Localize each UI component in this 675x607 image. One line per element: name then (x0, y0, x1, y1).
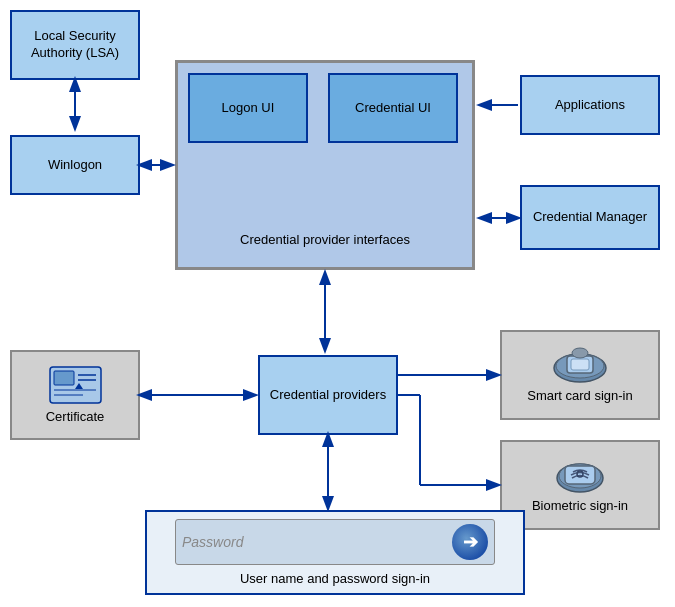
credential-provider-outer: Logon UI Credential UI Credential provid… (175, 60, 475, 270)
credential-ui-label: Credential UI (355, 100, 431, 117)
logon-ui-label: Logon UI (222, 100, 275, 117)
password-signin-label: User name and password sign-in (240, 571, 430, 586)
winlogon-box: Winlogon (10, 135, 140, 195)
password-input-row[interactable]: Password ➔ (175, 519, 495, 565)
certificate-label: Certificate (46, 409, 105, 426)
certificate-box: Certificate (10, 350, 140, 440)
credential-ui-box: Credential UI (328, 73, 458, 143)
credential-manager-label: Credential Manager (533, 209, 647, 226)
biometric-icon (555, 456, 605, 494)
logon-ui-box: Logon UI (188, 73, 308, 143)
password-placeholder: Password (182, 534, 448, 550)
password-signin-box: Password ➔ User name and password sign-i… (145, 510, 525, 595)
biometric-label: Biometric sign-in (532, 498, 628, 515)
cpi-label: Credential provider interfaces (178, 232, 472, 247)
lsa-label: Local Security Authority (LSA) (16, 28, 134, 62)
winlogon-label: Winlogon (48, 157, 102, 174)
smart-card-label: Smart card sign-in (527, 388, 632, 405)
certificate-icon (48, 365, 103, 405)
applications-label: Applications (555, 97, 625, 114)
password-submit-button[interactable]: ➔ (452, 524, 488, 560)
smart-card-icon (553, 346, 608, 384)
credential-providers-label: Credential providers (270, 387, 386, 404)
smart-card-box: Smart card sign-in (500, 330, 660, 420)
cpi-text: Credential provider interfaces (240, 232, 410, 247)
svg-point-11 (572, 348, 588, 358)
credential-providers-box: Credential providers (258, 355, 398, 435)
lsa-box: Local Security Authority (LSA) (10, 10, 140, 80)
svg-rect-1 (54, 371, 74, 385)
svg-rect-10 (571, 359, 589, 370)
credential-manager-box: Credential Manager (520, 185, 660, 250)
diagram: Local Security Authority (LSA) Winlogon … (0, 0, 675, 607)
applications-box: Applications (520, 75, 660, 135)
